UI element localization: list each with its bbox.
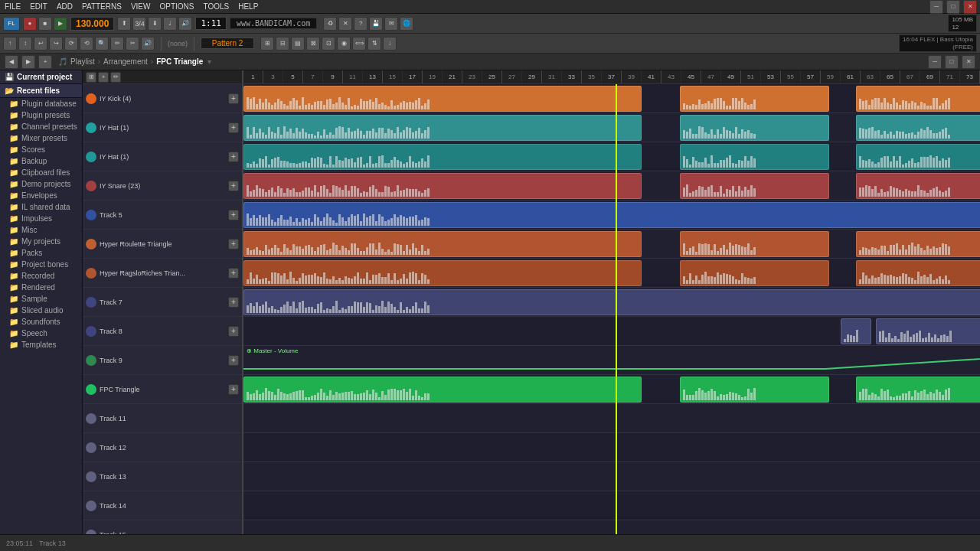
menu-options[interactable]: OPTIONS [158, 2, 195, 11]
track-add-btn-0[interactable]: + [228, 93, 239, 104]
pattern-row-10[interactable] [243, 375, 980, 404]
menu-help[interactable]: HELP [237, 2, 260, 11]
pattern-block-10-0[interactable] [243, 377, 642, 403]
sidebar-item-recorded[interactable]: 📁 Recorded [0, 270, 82, 282]
sidebar-item-my-projects[interactable]: 📁 My projects [0, 236, 82, 247]
sidebar-item-channel-presets[interactable]: 📁 Channel presets [0, 121, 82, 132]
toolbar-btn-q[interactable]: ? [354, 17, 368, 31]
sidebar-item-demo-projects[interactable]: 📁 Demo projects [0, 178, 82, 190]
fl-logo[interactable]: FL [3, 17, 20, 31]
track-name-row-12[interactable]: Track 12 [83, 433, 242, 462]
track-add-btn-7[interactable]: + [228, 297, 239, 308]
pattern-block-6-1[interactable] [680, 260, 829, 286]
sidebar-item-scores[interactable]: 📁 Scores [0, 144, 82, 155]
sidebar-item-templates[interactable]: 📁 Templates [0, 339, 82, 350]
sidebar-item-il-shared-data[interactable]: 📁 IL shared data [0, 201, 82, 213]
track-name-row-4[interactable]: Track 5+ [83, 201, 242, 230]
sidebar-item-project-bones[interactable]: 📁 Project bones [0, 259, 82, 270]
pattern-row-5[interactable] [243, 230, 980, 259]
sidebar-item-plugin-database[interactable]: 📁 Plugin database [0, 98, 82, 109]
track-add-btn-10[interactable]: + [228, 384, 239, 395]
pattern-row-0[interactable] [243, 84, 980, 113]
window-close[interactable]: ✕ [963, 0, 977, 14]
tb2-btn-cut[interactable]: ✂ [126, 37, 139, 51]
track-name-row-7[interactable]: Track 7+ [83, 288, 242, 317]
transport-play[interactable]: ▶ [54, 17, 67, 31]
track-name-row-1[interactable]: IY Hat (1)+ [83, 113, 242, 142]
tb2-grid9[interactable]: ↓ [383, 37, 397, 51]
playlist-close[interactable]: ✕ [962, 55, 975, 69]
toolbar-btn3[interactable]: ⬇ [148, 17, 162, 31]
menu-view[interactable]: VIEW [129, 2, 152, 11]
toolbar-btn-rec2[interactable]: 💾 [369, 17, 383, 31]
menu-add[interactable]: ADD [55, 2, 74, 11]
pattern-row-7[interactable] [243, 288, 980, 317]
sidebar-item-impulses[interactable]: 📁 Impulses [0, 213, 82, 224]
track-add-btn-4[interactable]: + [228, 210, 239, 220]
sidebar-item-envelopes[interactable]: 📁 Envelopes [0, 190, 82, 201]
playlist-maximize[interactable]: □ [945, 55, 959, 69]
pattern-row-13[interactable] [243, 462, 980, 491]
track-name-row-13[interactable]: Track 13 [83, 462, 242, 491]
pattern-row-1[interactable] [243, 113, 980, 142]
sidebar-item-current-project[interactable]: 💾 Current project [0, 70, 82, 84]
tb2-grid1[interactable]: ⊞ [260, 37, 274, 51]
tb2-btn2[interactable]: ↕ [18, 37, 32, 51]
track-add-btn-3[interactable]: + [228, 181, 239, 191]
pattern-block-7-0[interactable] [243, 289, 980, 315]
breadcrumb-fpc[interactable]: FPC Triangle [156, 57, 203, 66]
pattern-block-1-1[interactable] [680, 115, 829, 141]
pattern-row-3[interactable] [243, 171, 980, 201]
pattern-block-2-2[interactable] [856, 144, 980, 170]
playlist-minimize[interactable]: ─ [928, 55, 942, 69]
sidebar-item-rendered[interactable]: 📁 Rendered [0, 282, 82, 293]
pattern-block-2-1[interactable] [680, 144, 829, 170]
pattern-block-6-0[interactable] [243, 260, 642, 286]
tempo-display[interactable]: 130.000 [70, 17, 114, 31]
pattern-block-8-0[interactable] [841, 318, 871, 344]
pattern-row-4[interactable] [243, 201, 980, 230]
toolbar-btn4[interactable]: ♩ [163, 17, 177, 31]
tb2-btn1[interactable]: ↑ [3, 37, 17, 51]
pattern-row-6[interactable] [243, 259, 980, 288]
tb2-grid4[interactable]: ⊠ [306, 37, 320, 51]
toolbar-btn-cpu[interactable]: ♻ [323, 17, 337, 31]
pattern-row-9[interactable]: ⊕ Master - Volume [243, 346, 980, 375]
tb2-btn5[interactable]: ⟳ [64, 37, 78, 51]
pattern-block-0-1[interactable] [680, 86, 829, 112]
tb2-btn4[interactable]: ↪ [49, 37, 63, 51]
tb2-btn6[interactable]: ⟲ [80, 37, 93, 51]
breadcrumb-arrangement[interactable]: Arrangement [103, 57, 148, 66]
sidebar-item-misc[interactable]: 📁 Misc [0, 224, 82, 236]
sidebar-item-backup[interactable]: 📁 Backup [0, 155, 82, 167]
toolbar-btn-www[interactable]: 🌐 [400, 17, 413, 31]
track-name-row-3[interactable]: IY Snare (23)+ [83, 171, 242, 201]
track-area-icon3[interactable]: ✏ [110, 72, 121, 83]
track-name-row-10[interactable]: FPC Triangle+ [83, 375, 242, 404]
menu-tools[interactable]: TOOLS [201, 2, 230, 11]
sidebar-item-recent-files[interactable]: 📂 Recent files [0, 84, 82, 98]
track-add-btn-2[interactable]: + [228, 152, 239, 162]
pattern-row-2[interactable] [243, 142, 980, 171]
tb2-grid2[interactable]: ⊟ [276, 37, 289, 51]
sidebar-item-mixer-presets[interactable]: 📁 Mixer presets [0, 132, 82, 144]
track-name-row-6[interactable]: Hyper RagsloRiches Trian...+ [83, 259, 242, 288]
tb2-btn-speaker[interactable]: 🔊 [141, 37, 155, 51]
pattern-row-12[interactable] [243, 433, 980, 462]
pattern-block-0-0[interactable] [243, 86, 642, 112]
toolbar-btn-panic[interactable]: ✕ [338, 17, 352, 31]
toolbar-btn2[interactable]: 3/4 [132, 17, 146, 31]
menu-file[interactable]: FILE [3, 2, 22, 11]
track-name-row-0[interactable]: IY Kick (4)+ [83, 84, 242, 113]
pattern-block-0-2[interactable] [856, 86, 980, 112]
window-minimize[interactable]: ─ [929, 0, 943, 14]
pattern-block-5-0[interactable] [243, 231, 642, 257]
track-name-row-2[interactable]: IY Hat (1)+ [83, 142, 242, 171]
window-maximize[interactable]: □ [946, 0, 960, 14]
pattern-block-2-0[interactable] [243, 144, 642, 170]
pattern-block-6-2[interactable] [856, 260, 980, 286]
transport-stop[interactable]: ■ [38, 17, 52, 31]
pattern-block-10-1[interactable] [680, 377, 829, 403]
pattern-block-8-1[interactable] [876, 318, 980, 344]
pattern-row-11[interactable] [243, 404, 980, 433]
